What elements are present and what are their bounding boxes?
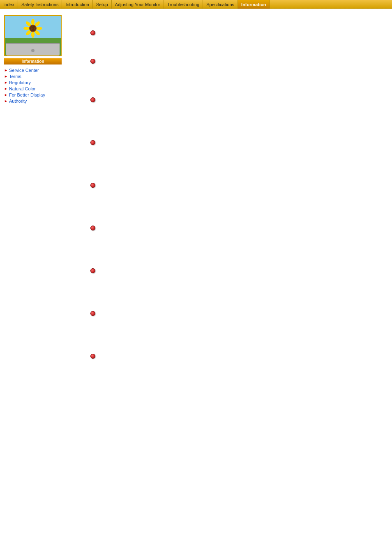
sidebar-nav-item[interactable]: ► For Better Display <box>4 92 78 97</box>
terms-link[interactable]: ► Terms <box>4 74 78 79</box>
nav-adjusting[interactable]: Adjusting Your Monitor <box>112 0 164 9</box>
content-area <box>82 13 392 363</box>
arrow-icon: ► <box>4 87 8 91</box>
better-display-link[interactable]: ► For Better Display <box>4 92 78 97</box>
service-center-link[interactable]: ► Service Center <box>4 68 78 73</box>
svg-point-6 <box>23 27 30 30</box>
svg-point-2 <box>36 27 42 30</box>
bullet-dot <box>90 183 95 188</box>
svg-point-16 <box>31 29 32 30</box>
svg-point-15 <box>34 28 35 29</box>
bullet-item-9 <box>90 353 384 359</box>
regulatory-link[interactable]: ► Regulatory <box>4 80 78 85</box>
sidebar-nav-item[interactable]: ► Terms <box>4 74 78 79</box>
sidebar-nav-item[interactable]: ► Regulatory <box>4 80 78 85</box>
sidebar-nav-item[interactable]: ► Natural Color <box>4 86 78 91</box>
bullet-item-4 <box>90 139 384 145</box>
svg-point-12 <box>34 27 35 28</box>
bullet-dot <box>90 30 95 35</box>
nav-troubleshooting[interactable]: Troubleshooting <box>164 0 203 9</box>
sidebar-image <box>4 15 62 56</box>
natural-color-link[interactable]: ► Natural Color <box>4 86 78 91</box>
arrow-icon: ► <box>4 99 8 103</box>
svg-point-17 <box>32 30 33 30</box>
arrow-icon: ► <box>4 74 8 78</box>
nav-index[interactable]: Index <box>0 0 18 9</box>
arrow-icon: ► <box>4 93 8 97</box>
svg-point-18 <box>34 29 35 30</box>
nav-setup[interactable]: Setup <box>93 0 112 9</box>
bullet-item-1 <box>90 30 384 35</box>
sidebar-nav-item[interactable]: ► Service Center <box>4 68 78 73</box>
arrow-icon: ► <box>4 81 8 85</box>
authority-link[interactable]: ► Authority <box>4 99 78 104</box>
sidebar: Information ► Service Center ► Terms ► R… <box>0 13 82 363</box>
sidebar-nav: ► Service Center ► Terms ► Regulatory ► <box>4 68 78 104</box>
nav-information[interactable]: Information <box>238 0 270 9</box>
nav-safety[interactable]: Safety Instructions <box>18 0 62 9</box>
nav-specifications[interactable]: Specifications <box>203 0 238 9</box>
bullet-dot <box>90 268 95 273</box>
nav-intro[interactable]: Introduction <box>62 0 92 9</box>
sidebar-nav-item[interactable]: ► Authority <box>4 99 78 104</box>
bullet-dot <box>90 97 95 102</box>
svg-point-0 <box>31 19 35 25</box>
sidebar-label: Information <box>4 58 62 64</box>
bullet-item-5 <box>90 182 384 188</box>
svg-point-13 <box>31 28 32 29</box>
bullet-item-2 <box>90 58 384 64</box>
svg-point-10 <box>31 27 32 28</box>
bullet-item-7 <box>90 267 384 273</box>
bullet-item-6 <box>90 225 384 230</box>
svg-point-14 <box>32 28 33 29</box>
bullet-dot <box>90 226 95 230</box>
navigation-bar: Index Safety Instructions Introduction S… <box>0 0 392 9</box>
bullet-item-3 <box>90 97 384 102</box>
svg-point-4 <box>31 31 35 38</box>
arrow-icon: ► <box>4 68 8 72</box>
sunflower-icon <box>23 18 43 39</box>
svg-point-11 <box>32 26 33 27</box>
bullet-item-8 <box>90 310 384 316</box>
bullet-dot <box>90 59 95 64</box>
bullet-dot <box>90 140 95 145</box>
main-content: Information ► Service Center ► Terms ► R… <box>0 9 392 367</box>
bullet-dot <box>90 354 95 359</box>
bullet-dot <box>90 311 95 316</box>
